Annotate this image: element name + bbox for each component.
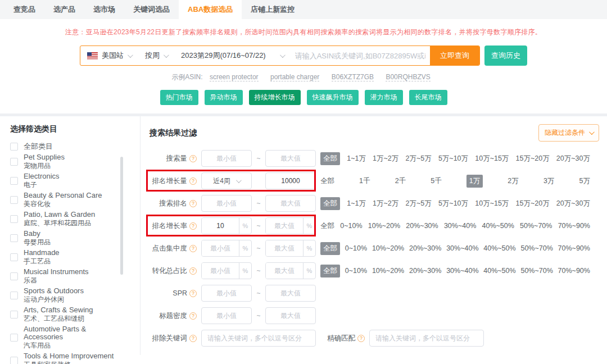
option[interactable]: 10万~15万 (475, 199, 509, 208)
option[interactable]: 2千 (395, 176, 406, 186)
tag-hot-market[interactable]: 热门市场 (160, 90, 198, 105)
option-all[interactable]: 全部 (320, 152, 340, 165)
option[interactable]: 30%~40% (446, 244, 478, 252)
tab-store-new-monitor[interactable]: 店铺上新监控 (242, 0, 304, 19)
tab-keyword-selection[interactable]: 关键词选品 (124, 0, 179, 19)
sidebar-item-all-categories[interactable]: 全部类目 (10, 143, 125, 151)
checkbox[interactable] (10, 196, 18, 204)
max-input[interactable] (265, 150, 316, 167)
option[interactable]: 10%~20% (372, 244, 404, 252)
option[interactable]: 40%~50% (482, 222, 514, 230)
help-icon[interactable]: ? (189, 155, 197, 162)
option[interactable]: 50%~70% (520, 244, 552, 252)
option[interactable]: 70%~90% (558, 244, 590, 252)
option[interactable]: 1~1万 (347, 154, 366, 163)
option-all[interactable]: 全部 (320, 242, 340, 255)
option[interactable]: 30%~40% (444, 222, 476, 230)
option[interactable]: 70%~90% (558, 267, 590, 275)
checkbox[interactable] (10, 292, 18, 299)
sidebar-item-baby[interactable]: Baby 母婴用品 (10, 230, 125, 246)
sidebar-item-arts-crafts-sewing[interactable]: Arts, Crafts & Sewing 艺术、工艺品和缝纫 (10, 306, 125, 322)
tag-fast-rising-market[interactable]: 快速飙升市场 (307, 90, 359, 105)
asin-keyword-input[interactable] (291, 52, 430, 60)
sidebar-item-electronics[interactable]: Electronics 电子 (10, 172, 125, 189)
option-all[interactable]: 全部 (320, 221, 334, 231)
tag-changing-market[interactable]: 异动市场 (205, 90, 243, 105)
option[interactable]: 20万~30万 (556, 199, 590, 208)
period-mode-select[interactable]: 按周 (138, 51, 174, 61)
tab-check-competitors[interactable]: 查竞品 (4, 0, 44, 19)
checkbox[interactable] (10, 177, 18, 185)
option[interactable]: 15万~20万 (516, 199, 550, 208)
tab-select-markets[interactable]: 选市场 (84, 0, 124, 19)
checkbox[interactable] (10, 158, 18, 166)
min-input[interactable] (201, 307, 252, 324)
option[interactable]: 5万 (579, 176, 590, 186)
checkbox[interactable] (10, 357, 18, 364)
checkbox[interactable] (10, 272, 18, 280)
option[interactable]: 5万~10万 (438, 199, 468, 208)
option[interactable]: 0~10% (345, 267, 367, 275)
option-all[interactable]: 全部 (320, 265, 340, 277)
example-link[interactable]: screen protector (210, 73, 259, 81)
example-link[interactable]: B00RQHBZVS (386, 73, 430, 81)
option[interactable]: 20%~30% (406, 222, 438, 230)
sidebar-item-beauty[interactable]: Beauty & Personal Care 美容化妆 (10, 192, 125, 208)
option[interactable]: 2万~5万 (406, 199, 432, 208)
option[interactable]: 50%~70% (520, 222, 552, 230)
checkbox[interactable] (10, 334, 18, 342)
option[interactable]: 70%~90% (558, 222, 590, 230)
option[interactable]: 3万 (543, 176, 554, 186)
max-input[interactable] (265, 195, 316, 212)
option[interactable]: 20%~30% (409, 244, 441, 252)
sidebar-item-tools-home-improvement[interactable]: Tools & Home Improvement 工具和家居装修 (10, 352, 125, 364)
exact-match-input[interactable] (369, 330, 484, 347)
sidebar-item-handmade[interactable]: Handmade 手工艺品 (10, 249, 125, 265)
site-select[interactable]: 美国站 (80, 51, 138, 61)
option[interactable]: 1千 (359, 176, 370, 186)
rank-growth-value-input[interactable] (265, 172, 316, 189)
tag-longtail-market[interactable]: 长尾市场 (409, 90, 447, 105)
help-icon[interactable]: ? (189, 290, 197, 297)
sidebar-item-automotive[interactable]: Automotive Parts & Accessories 汽车用品 (10, 325, 125, 349)
example-link[interactable]: B06XZTZ7GB (332, 73, 374, 81)
sidebar-item-sports-outdoors[interactable]: Sports & Outdoors 运动户外休闲 (10, 287, 125, 303)
help-icon[interactable]: ? (189, 200, 197, 207)
checkbox[interactable] (10, 215, 18, 223)
option[interactable]: 5千 (431, 176, 441, 186)
min-input[interactable] (201, 195, 252, 212)
max-input[interactable] (266, 218, 303, 234)
option[interactable]: 30%~40% (446, 267, 478, 275)
query-history-button[interactable]: 查询历史 (484, 46, 527, 66)
min-input[interactable] (201, 150, 252, 167)
min-input[interactable] (202, 263, 239, 279)
sidebar-item-musical-instruments[interactable]: Musical Instruments 乐器 (10, 268, 125, 284)
help-icon[interactable]: ? (189, 245, 197, 252)
hide-filters-button[interactable]: 隐藏过滤条件 (538, 124, 599, 142)
checkbox[interactable] (10, 143, 18, 151)
option[interactable]: 10%~20% (368, 222, 400, 230)
max-input[interactable] (266, 240, 303, 256)
exclude-keywords-input[interactable] (201, 330, 316, 347)
sidebar-item-patio-lawn-garden[interactable]: Patio, Lawn & Garden 庭院、草坪和花园用品 (10, 211, 125, 227)
max-input[interactable] (266, 263, 303, 279)
option-selected[interactable]: 1万 (466, 175, 483, 188)
help-icon[interactable]: ? (189, 178, 197, 185)
option-all[interactable]: 全部 (320, 197, 340, 210)
query-now-button[interactable]: 立即查询 (430, 46, 479, 66)
checkbox[interactable] (10, 311, 18, 319)
option[interactable]: 5万~10万 (438, 154, 468, 163)
option[interactable]: 20%~30% (409, 267, 441, 275)
period-value-select[interactable]: 2023第29周(07/16~07/22) (174, 51, 291, 61)
option[interactable]: 40%~50% (483, 267, 515, 275)
option[interactable]: 2万 (508, 176, 518, 186)
checkbox[interactable] (10, 253, 18, 261)
min-input[interactable] (202, 218, 239, 234)
option[interactable]: 40%~50% (483, 244, 515, 252)
min-input[interactable] (201, 285, 252, 302)
tag-continuous-growth-market[interactable]: 持续增长市场 (249, 90, 301, 105)
example-link[interactable]: portable charger (270, 73, 319, 81)
option[interactable]: 15万~20万 (516, 154, 550, 163)
option[interactable]: 10万~15万 (475, 154, 509, 163)
help-icon[interactable]: ? (189, 335, 197, 342)
